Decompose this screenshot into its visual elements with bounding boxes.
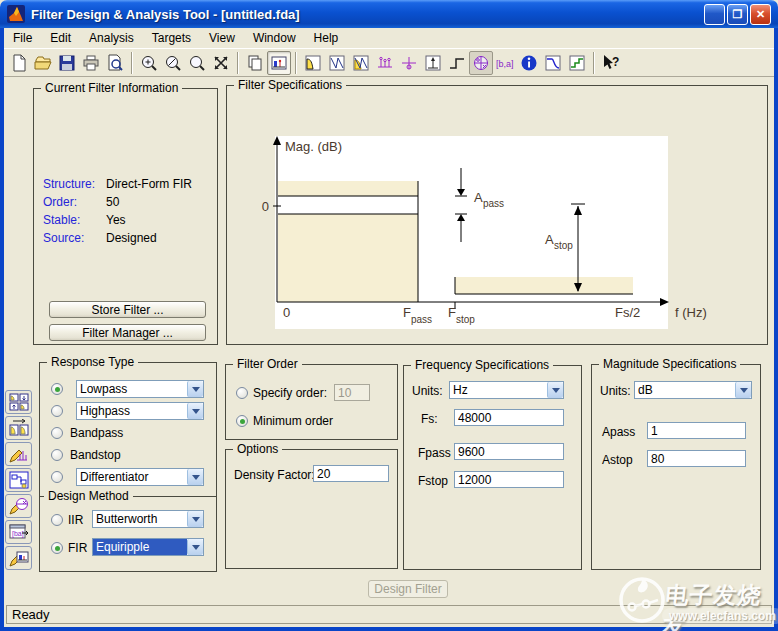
context-help-button[interactable]: ?	[599, 51, 623, 75]
iir-method-select[interactable]: Butterworth	[92, 510, 204, 528]
fpass-input[interactable]	[454, 443, 564, 460]
bandstop-radio[interactable]	[51, 449, 63, 461]
maximize-button[interactable]: ❐	[727, 4, 748, 25]
astop-input[interactable]	[647, 450, 746, 467]
print-preview-button[interactable]	[103, 51, 127, 75]
title-bar[interactable]: Filter Design & Analysis Tool - [untitle…	[0, 0, 778, 28]
differentiator-select[interactable]: Differentiator	[76, 468, 204, 486]
save-button[interactable]	[55, 51, 79, 75]
step-response-button[interactable]	[445, 51, 469, 75]
print-to-figure-button[interactable]	[243, 51, 267, 75]
density-factor-input[interactable]	[313, 465, 389, 482]
fs-input[interactable]	[454, 409, 564, 426]
apass-input[interactable]	[647, 422, 746, 439]
design-filter-button[interactable]: Design Filter	[368, 580, 448, 598]
chevron-down-icon[interactable]	[187, 539, 203, 555]
mag-units-label: Units:	[600, 384, 631, 398]
transform-filter-button[interactable]	[5, 416, 32, 440]
phase-delay-button[interactable]	[397, 51, 421, 75]
pole-zero-plot-icon	[472, 54, 490, 72]
mag-units-select[interactable]: dB	[634, 381, 752, 399]
full-view-icon	[212, 54, 230, 72]
transform-filter-icon	[9, 419, 29, 437]
menu-targets[interactable]: Targets	[143, 29, 200, 47]
open-file-button[interactable]	[31, 51, 55, 75]
step-response-icon	[448, 54, 466, 72]
set-quantization-button[interactable]	[5, 390, 32, 414]
filter-coefficients-button[interactable]: [b,a]	[493, 51, 517, 75]
magnitude-response-icon	[304, 54, 322, 72]
menu-analysis[interactable]: Analysis	[80, 29, 143, 47]
chevron-down-icon[interactable]	[735, 382, 751, 398]
svg-text:?: ?	[612, 55, 619, 69]
iir-method-value: Butterworth	[93, 511, 187, 527]
order-value: 50	[106, 195, 119, 209]
print-icon	[82, 54, 100, 72]
freq-units-select[interactable]: Hz	[449, 381, 564, 399]
stable-value: Yes	[106, 213, 126, 227]
lowpass-radio[interactable]	[51, 383, 63, 395]
svg-text:[ba]: [ba]	[12, 530, 24, 538]
fstop-input[interactable]	[454, 471, 564, 488]
highpass-radio[interactable]	[51, 405, 63, 417]
zoom-default-icon	[188, 54, 206, 72]
lowpass-select[interactable]: Lowpass	[76, 380, 204, 398]
menu-window[interactable]: Window	[244, 29, 305, 47]
specify-order-radio[interactable]	[236, 387, 248, 399]
menu-view[interactable]: View	[200, 29, 244, 47]
realize-model-sidebar-button[interactable]	[5, 468, 32, 492]
mag-units-value: dB	[635, 382, 735, 398]
spec-ylabel: Mag. (dB)	[285, 139, 342, 154]
lowpass-select-value: Lowpass	[77, 381, 187, 397]
filter-info-icon	[520, 54, 538, 72]
print-button[interactable]	[79, 51, 103, 75]
design-filter-sidebar-button[interactable]	[5, 546, 32, 570]
chevron-down-icon[interactable]	[187, 469, 203, 485]
toolbar: [b,a] ?	[4, 49, 774, 77]
menu-help[interactable]: Help	[305, 29, 348, 47]
realize-model-button[interactable]	[565, 51, 589, 75]
filter-manager-button[interactable]: Filter Manager ...	[49, 324, 206, 341]
import-filter-button[interactable]: [ba]	[5, 520, 32, 544]
differentiator-radio[interactable]	[51, 471, 63, 483]
fir-method-select[interactable]: Equiripple	[92, 538, 204, 556]
filter-specifications-button[interactable]	[541, 51, 565, 75]
phase-response-button[interactable]	[325, 51, 349, 75]
magnitude-response-button[interactable]	[301, 51, 325, 75]
menu-edit[interactable]: Edit	[41, 29, 80, 47]
chevron-down-icon[interactable]	[187, 511, 203, 527]
fir-radio[interactable]	[51, 542, 63, 554]
zoom-out-button[interactable]	[161, 51, 185, 75]
magnitude-phase-response-button[interactable]	[349, 51, 373, 75]
chevron-down-icon[interactable]	[547, 382, 563, 398]
highpass-select[interactable]: Highpass	[76, 402, 204, 420]
freq-units-value: Hz	[450, 382, 547, 398]
zoom-default-button[interactable]	[185, 51, 209, 75]
multirate-filter-icon	[9, 445, 29, 463]
filter-info-button[interactable]	[517, 51, 541, 75]
minimize-button[interactable]: _	[704, 4, 725, 25]
fdatool-design-button[interactable]	[267, 51, 291, 75]
pole-zero-editor-button[interactable]	[5, 494, 32, 518]
store-filter-button[interactable]: Store Filter ...	[49, 301, 206, 318]
close-button[interactable]: ✕	[750, 4, 771, 25]
iir-radio[interactable]	[51, 514, 63, 526]
group-delay-button[interactable]	[373, 51, 397, 75]
pole-zero-plot-button[interactable]	[469, 51, 493, 75]
minimum-order-radio[interactable]	[236, 415, 248, 427]
specify-order-input[interactable]	[334, 384, 370, 401]
spec-fpass-main: F	[403, 305, 411, 320]
menu-file[interactable]: File	[4, 29, 41, 47]
full-view-button[interactable]	[209, 51, 233, 75]
impulse-response-button[interactable]	[421, 51, 445, 75]
zoom-in-button[interactable]	[137, 51, 161, 75]
window-title: Filter Design & Analysis Tool - [untitle…	[31, 7, 300, 22]
multirate-filter-button[interactable]	[5, 442, 32, 466]
chevron-down-icon[interactable]	[187, 403, 203, 419]
specify-order-label: Specify order:	[253, 386, 327, 400]
filter-order-panel: Filter Order Specify order: Minimum orde…	[225, 364, 398, 440]
bandpass-radio[interactable]	[51, 427, 63, 439]
new-file-button[interactable]	[7, 51, 31, 75]
context-help-icon: ?	[601, 54, 621, 72]
chevron-down-icon[interactable]	[187, 381, 203, 397]
